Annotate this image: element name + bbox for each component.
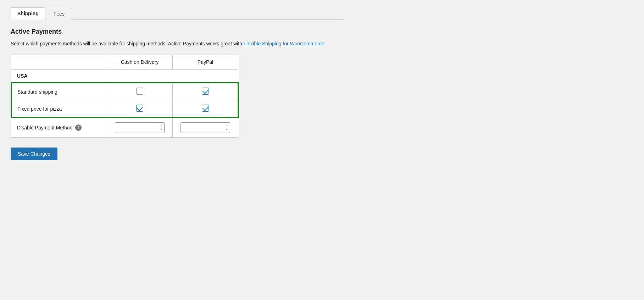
table-row: Fixed price for pizza — [11, 100, 238, 118]
section-title: Active Payments — [11, 28, 344, 35]
checkbox-cell-pizza-cod — [107, 100, 173, 118]
table-header-row: Cash on Delivery PayPal — [11, 55, 238, 70]
checkbox-cell-pizza-paypal — [173, 100, 238, 118]
checkbox-standard-paypal[interactable] — [202, 88, 209, 95]
flexible-shipping-link[interactable]: Flexible Shipping for WooCommerce — [244, 41, 324, 46]
col-header-cash-on-delivery: Cash on Delivery — [107, 55, 173, 70]
col-header-paypal: PayPal — [173, 55, 238, 70]
checkbox-pizza-cod[interactable] — [136, 105, 143, 112]
checkbox-standard-cod[interactable] — [136, 88, 143, 95]
disable-cod-select-wrapper — [115, 122, 165, 133]
checkbox-cell-standard-cod — [107, 83, 173, 100]
disable-paypal-select-cell — [173, 118, 238, 138]
page-wrapper: Shipping Fees Active Payments Select whi… — [0, 0, 355, 174]
tabs-bar: Shipping Fees — [11, 7, 344, 20]
checkbox-pizza-paypal[interactable] — [202, 105, 209, 112]
disable-cod-select[interactable] — [115, 122, 165, 133]
disable-label-container: Disable Payment Method ? — [17, 124, 101, 131]
row-label-standard-shipping: Standard shipping — [11, 83, 107, 100]
payments-table: Cash on Delivery PayPal USA Standard shi… — [11, 55, 239, 138]
tab-shipping[interactable]: Shipping — [11, 7, 45, 20]
group-row-usa: USA — [11, 70, 238, 83]
group-label-usa: USA — [11, 70, 238, 83]
row-label-fixed-price-pizza: Fixed price for pizza — [11, 100, 107, 118]
disable-payment-method-text: Disable Payment Method — [17, 125, 72, 130]
disable-paypal-select-wrapper — [181, 122, 230, 133]
save-changes-button[interactable]: Save Changes — [11, 148, 57, 160]
help-icon[interactable]: ? — [75, 124, 82, 131]
disable-paypal-select[interactable] — [181, 122, 230, 133]
section-description: Select which payments methods will be av… — [11, 40, 344, 48]
table-row: Standard shipping — [11, 83, 238, 100]
disable-payment-method-label-cell: Disable Payment Method ? — [11, 118, 107, 138]
disable-cod-select-cell — [107, 118, 173, 138]
disable-payment-method-row: Disable Payment Method ? — [11, 118, 238, 138]
checkbox-cell-standard-paypal — [173, 83, 238, 100]
col-header-method — [11, 55, 107, 70]
tab-fees[interactable]: Fees — [47, 8, 71, 20]
